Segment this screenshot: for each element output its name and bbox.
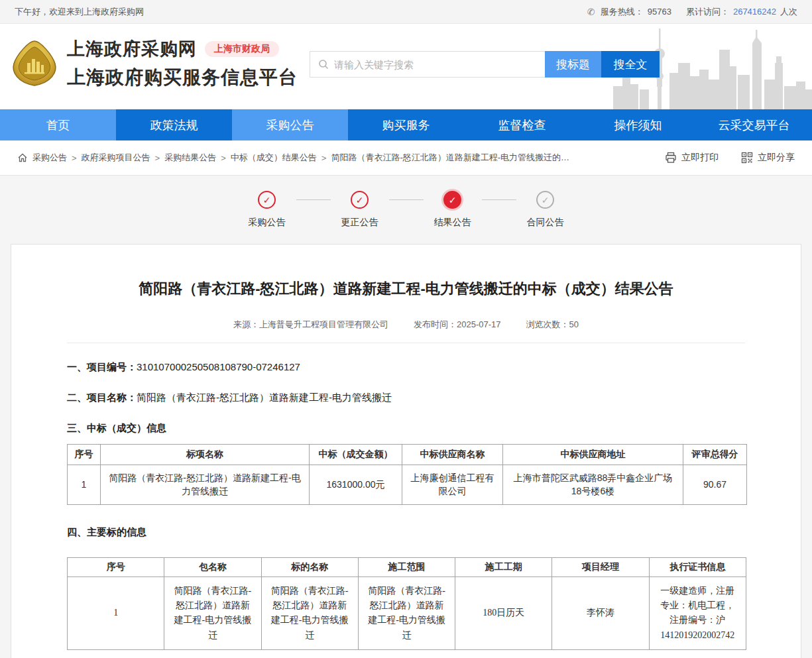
award-table: 序号标项名称中标（成交金额）中标供应商名称中标供应商地址评审总得分1简阳路（青衣… [67, 444, 747, 505]
site-logo [10, 39, 59, 88]
nav-item-首页[interactable]: 首页 [0, 109, 116, 140]
nav-item-操作须知[interactable]: 操作须知 [580, 109, 696, 140]
share-label: 立即分享 [758, 152, 795, 164]
step-check-icon: ✓ [536, 191, 554, 209]
table-cell: 简阳路（青衣江路-怒江北路）道路新建工程-电力管线搬迁 [261, 576, 358, 650]
brand-block[interactable]: 上海政府采购网 上海市财政局 上海政府购买服务信息平台 [10, 37, 298, 90]
step-check-icon: ✓ [258, 191, 276, 209]
breadcrumb-item[interactable]: 政府采购项目公告 [82, 152, 150, 164]
views-label: 浏览次数： [526, 319, 569, 329]
column-header: 评审总得分 [683, 445, 747, 465]
project-name-value: 简阳路（青衣江路-怒江北路）道路新建工程-电力管线搬迁 [137, 392, 392, 403]
table-cell: 1631000.00元 [310, 465, 402, 505]
authority-badge: 上海市财政局 [205, 41, 279, 57]
greeting-text: 下午好，欢迎来到上海政府采购网 [15, 6, 144, 18]
subject-table: 序号包名称标的名称施工范围施工工期项目经理执行证书信息1简阳路（青衣江路-怒江北… [67, 557, 746, 651]
visits-number[interactable]: 267416242 [733, 7, 776, 17]
nav-item-政策法规[interactable]: 政策法规 [116, 109, 232, 140]
article-card: 简阳路（青衣江路-怒江北路）道路新建工程-电力管线搬迁的中标（成交）结果公告 来… [11, 244, 801, 658]
source-label: 来源： [233, 319, 259, 329]
column-header: 执行证书信息 [649, 557, 746, 576]
print-button[interactable]: 立即打印 [665, 152, 719, 164]
main-nav: 首页政策法规采购公告购买服务监督检查操作须知云采交易平台 [0, 109, 812, 140]
phone-icon: ✆ [587, 7, 595, 17]
source-value: 上海普曼升工程项目管理有限公司 [259, 319, 388, 329]
article-title: 简阳路（青衣江路-怒江北路）道路新建工程-电力管线搬迁的中标（成交）结果公告 [67, 245, 745, 299]
nav-item-采购公告[interactable]: 采购公告 [232, 109, 348, 140]
project-name-label: 二、项目名称： [67, 392, 137, 403]
table-cell: 简阳路（青衣江路-怒江北路）道路新建工程-电力管线搬迁 [358, 576, 455, 650]
section-project-number: 一、项目编号：310107000250508108790-07246127 [67, 361, 745, 374]
breadcrumb-item[interactable]: 中标（成交）结果公告 [231, 152, 317, 164]
column-header: 包名称 [164, 557, 261, 576]
article-meta: 来源：上海普曼升工程项目管理有限公司 发布时间：2025-07-17 浏览次数：… [67, 319, 745, 331]
visits-label: 累计访问： [686, 6, 729, 18]
hotline-number: 95763 [648, 7, 671, 17]
column-header: 中标（成交金额） [310, 445, 402, 465]
search-fulltext-button[interactable]: 搜全文 [601, 51, 660, 78]
qr-code-icon [741, 152, 753, 164]
nav-item-云采交易平台[interactable]: 云采交易平台 [696, 109, 812, 140]
views-value: 50 [569, 319, 579, 329]
table-cell: 一级建造师，注册专业：机电工程，注册编号：沪1412019202002742 [649, 576, 746, 650]
breadcrumb-separator: > [321, 153, 327, 163]
column-header: 序号 [68, 557, 164, 576]
project-number-value: 310107000250508108790-07246127 [137, 361, 300, 372]
step-采购公告: ✓采购公告 [246, 191, 288, 229]
subject-info-label: 四、主要标的信息 [67, 526, 146, 537]
step-label: 结果公告 [434, 217, 471, 229]
date-value: 2025-07-17 [457, 319, 501, 329]
step-label: 更正公告 [341, 217, 378, 229]
announcement-stepper: ✓采购公告✓更正公告✓结果公告✓合同公告 [246, 191, 567, 229]
step-结果公告: ✓结果公告 [432, 191, 474, 229]
breadcrumb-separator: > [221, 153, 226, 163]
step-label: 采购公告 [249, 217, 286, 229]
printer-icon [665, 152, 677, 164]
breadcrumb-separator: > [155, 153, 160, 163]
top-utility-bar: 下午好，欢迎来到上海政府采购网 ✆ 服务热线： 95763 累计访问： 2674… [0, 0, 812, 24]
table-cell: 1 [68, 465, 101, 505]
search-bar: 搜标题 搜全文 [310, 51, 660, 78]
date-label: 发布时间： [414, 319, 457, 329]
step-connector [389, 199, 424, 200]
column-header: 中标供应商地址 [503, 445, 683, 465]
step-check-icon: ✓ [443, 191, 461, 209]
table-cell: 90.67 [683, 465, 747, 505]
visits-unit: 人次 [780, 6, 797, 18]
search-input[interactable] [334, 59, 537, 70]
breadcrumb-item[interactable]: 采购结果公告 [164, 152, 216, 164]
breadcrumb-separator: > [72, 153, 77, 163]
column-header: 标项名称 [101, 445, 310, 465]
column-header: 施工范围 [358, 557, 455, 576]
step-合同公告: ✓合同公告 [524, 191, 567, 229]
column-header: 中标供应商名称 [402, 445, 503, 465]
breadcrumb-item[interactable]: 采购公告 [32, 152, 67, 164]
site-name: 上海政府采购网 [67, 37, 197, 61]
table-cell: 上海市普陀区武威路88弄中鑫企业广场18号楼6楼 [503, 465, 683, 505]
breadcrumb: 采购公告>政府采购项目公告>采购结果公告>中标（成交）结果公告>简阳路（青衣江路… [17, 152, 569, 164]
section-project-name: 二、项目名称：简阳路（青衣江路-怒江北路）道路新建工程-电力管线搬迁 [67, 392, 745, 404]
step-connector [482, 199, 516, 200]
share-button[interactable]: 立即分享 [741, 152, 795, 164]
hotline-label: 服务热线： [601, 6, 644, 18]
column-header: 标的名称 [261, 557, 358, 576]
table-row: 1简阳路（青衣江路-怒江北路）道路新建工程-电力管线搬迁1631000.00元上… [68, 465, 747, 505]
table-cell: 1 [68, 576, 164, 650]
progress-zone: ✓采购公告✓更正公告✓结果公告✓合同公告 [0, 176, 812, 244]
section-award-info-heading: 三、中标（成交）信息 [67, 422, 745, 435]
table-cell: 简阳路（青衣江路-怒江北路）道路新建工程-电力管线搬迁 [101, 465, 310, 505]
section-subject-heading: 四、主要标的信息 [67, 526, 745, 539]
step-connector [296, 199, 331, 200]
meta-divider [67, 343, 745, 343]
search-title-button[interactable]: 搜标题 [545, 51, 601, 78]
nav-item-监督检查[interactable]: 监督检查 [464, 109, 580, 140]
table-cell: 180日历天 [455, 576, 552, 650]
home-icon[interactable] [17, 152, 28, 163]
site-header: 上海政府采购网 上海市财政局 上海政府购买服务信息平台 搜标题 搜全文 [0, 24, 812, 109]
step-check-icon: ✓ [351, 191, 369, 209]
step-更正公告: ✓更正公告 [339, 191, 381, 229]
nav-item-购买服务[interactable]: 购买服务 [348, 109, 464, 140]
project-number-label: 一、项目编号： [67, 361, 137, 372]
breadcrumb-item[interactable]: 简阳路（青衣江路-怒江北路）道路新建工程-电力管线搬迁的… [331, 152, 569, 164]
column-header: 序号 [68, 445, 101, 465]
